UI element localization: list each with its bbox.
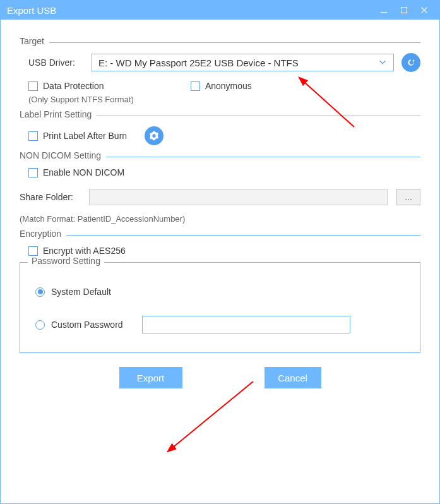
minimize-button[interactable]	[375, 1, 393, 19]
usb-driver-select[interactable]: E: - WD My Passport 25E2 USB Device - NT…	[92, 54, 394, 71]
share-folder-input[interactable]	[89, 189, 388, 205]
print-label-checkbox[interactable]	[28, 131, 38, 141]
encrypt-aes256-label: Encrypt with AES256	[43, 246, 126, 256]
password-setting-legend: Password Setting	[28, 256, 104, 266]
print-settings-button[interactable]	[145, 126, 164, 145]
export-button[interactable]: Export	[119, 367, 182, 388]
enable-non-dicom-label: Enable NON DICOM	[43, 167, 124, 177]
svg-rect-0	[401, 8, 407, 13]
usb-driver-value: E: - WD My Passport 25E2 USB Device - NT…	[98, 57, 299, 68]
encryption-legend: Encryption	[20, 229, 66, 239]
cancel-button[interactable]: Cancel	[265, 367, 321, 388]
system-default-radio[interactable]	[35, 287, 45, 297]
usb-driver-label: USB Driver:	[28, 57, 92, 68]
chevron-down-icon	[378, 57, 387, 68]
data-protection-checkbox[interactable]	[28, 81, 38, 91]
maximize-button[interactable]	[395, 1, 413, 19]
window-title: Export USB	[7, 5, 372, 16]
encrypt-aes256-checkbox[interactable]	[28, 246, 38, 256]
close-button[interactable]	[415, 1, 433, 19]
print-label-label: Print Label After Burn	[43, 131, 127, 141]
system-default-label: System Default	[51, 287, 111, 297]
share-folder-hint: (Match Format: PatientID_AccessionNumber…	[20, 214, 420, 224]
custom-password-input[interactable]	[142, 316, 350, 333]
custom-password-radio[interactable]	[35, 320, 45, 330]
anonymous-label: Anonymous	[205, 81, 252, 91]
data-protection-hint: (Only Support NTFS Format)	[28, 95, 134, 104]
share-folder-label: Share Folder:	[20, 192, 83, 202]
data-protection-label: Data Protection	[43, 81, 104, 91]
label-print-legend: Label Print Setting	[20, 109, 97, 119]
custom-password-label: Custom Password	[51, 320, 133, 330]
enable-non-dicom-checkbox[interactable]	[28, 168, 38, 177]
refresh-button[interactable]	[401, 53, 420, 72]
anonymous-checkbox[interactable]	[191, 81, 200, 91]
non-dicom-legend: NON DICOM Setting	[20, 150, 106, 160]
target-legend: Target	[20, 36, 49, 46]
browse-folder-button[interactable]: ...	[396, 189, 420, 205]
